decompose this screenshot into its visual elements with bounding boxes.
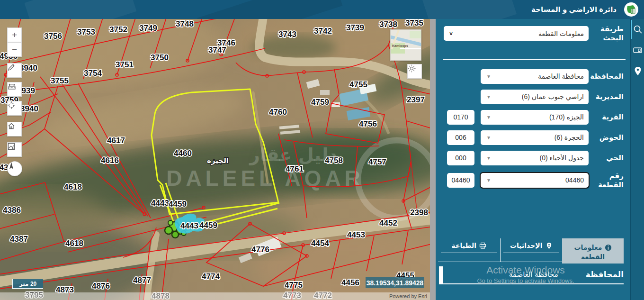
- jordan-map-icon: [626, 4, 636, 15]
- tab-underline: [441, 253, 497, 253]
- parcel-number-label: 3750: [151, 53, 169, 62]
- village-value: الجيزه (170): [495, 113, 584, 121]
- chevron-down-icon: ▼: [486, 74, 491, 79]
- app-window: دائرة الاراضي و المساحة: [0, 0, 644, 300]
- tab-print[interactable]: الطباعة: [438, 238, 500, 262]
- chevron-down-icon: ▼: [486, 155, 491, 161]
- scale-bar: 20 متر: [12, 279, 43, 289]
- parcel-number-select[interactable]: 04460 ▼: [481, 173, 589, 188]
- archive-tool-button[interactable]: [631, 40, 644, 61]
- village-code-input[interactable]: [447, 110, 474, 125]
- tab-parcel-info[interactable]: معلومات القطعة: [562, 238, 624, 264]
- search-icon: [633, 25, 643, 34]
- governorate-label: المحافظة: [589, 72, 624, 81]
- parcel-number-label: 4452: [379, 218, 397, 227]
- info-icon: [605, 244, 612, 251]
- district-row: الحي جدول الأحياء (0) ▼: [436, 151, 630, 165]
- compass-button[interactable]: [7, 161, 22, 176]
- map-pin-icon: [8, 143, 15, 150]
- printer-icon: [479, 242, 486, 249]
- sun-icon: [408, 64, 416, 73]
- parcel-number-label: 4386: [3, 206, 21, 215]
- header-decoration: [421, 0, 517, 19]
- parcel-number-label: 3738: [379, 20, 397, 29]
- parcel-number-label: 4759: [311, 98, 329, 107]
- district-code-input[interactable]: [447, 151, 474, 165]
- parcel-number-label: 2398: [410, 208, 428, 217]
- agency-logo: [624, 2, 638, 17]
- basemap-button[interactable]: [7, 142, 22, 157]
- tab-coordinates[interactable]: الإحداثيات: [500, 238, 563, 262]
- parcel-number-label: 3743: [278, 30, 296, 39]
- parcel-number-label: 3751: [116, 60, 134, 69]
- district-label: الحي: [589, 154, 624, 163]
- locate-button[interactable]: [7, 101, 22, 116]
- parcel-number-label: 4876: [92, 282, 110, 291]
- parcel-number-label: 4460: [174, 149, 192, 158]
- chevron-down-icon: ▼: [486, 115, 491, 120]
- directorate-row: المديرية اراضي جنوب عمان (6) ▼: [436, 90, 630, 104]
- brightness-button[interactable]: [407, 64, 422, 79]
- zoom-in-button[interactable]: +: [7, 27, 22, 42]
- parcel-number-label: 3754: [84, 69, 102, 78]
- search-panel: طريقة البحث معلومات القطعة ˅ المحافظة مح…: [436, 19, 630, 300]
- zoom-out-button[interactable]: −: [7, 42, 22, 57]
- svg-text:دليل عقار: دليل عقار: [249, 145, 338, 165]
- coordinates-readout: 38.19534,31.89428: [366, 277, 424, 288]
- village-label-text: القرية: [589, 113, 624, 122]
- search-tool-button[interactable]: [631, 19, 644, 40]
- tab-label: القطعة: [581, 252, 605, 262]
- directorate-select[interactable]: اراضي جنوب عمان (6) ▼: [481, 90, 589, 104]
- parcel-number-label: 4756: [359, 119, 377, 128]
- parcel-number-label: 3747: [208, 45, 226, 55]
- parcel-number-label: 3748: [176, 19, 194, 28]
- tab-label: الطباعة: [451, 242, 476, 249]
- basin-value: الحجرة (6): [495, 134, 584, 141]
- district-select[interactable]: جدول الأحياء (0) ▼: [481, 151, 589, 165]
- chevron-down-icon: ˅: [449, 30, 453, 37]
- measure-tool-button[interactable]: [7, 82, 22, 97]
- home-button[interactable]: [7, 122, 22, 136]
- chevron-down-icon: ▼: [486, 178, 491, 183]
- parcel-number-label: 4618: [65, 239, 83, 248]
- map-drawing: دليل عقار DALEEL AQAR: [0, 19, 430, 300]
- parcel-number-value: 04460: [495, 176, 584, 184]
- parcel-number-label: 4616: [101, 156, 119, 165]
- parcel-number-label: 3749: [139, 24, 157, 33]
- tab-label: الإحداثيات: [510, 242, 543, 249]
- vertical-scrollbar[interactable]: [430, 19, 436, 300]
- parcel-number-label: 3940: [19, 64, 37, 73]
- panel-scrollbar-thumb[interactable]: [439, 266, 443, 284]
- directorate-label: المديرية: [589, 92, 624, 101]
- app-header: دائرة الاراضي و المساحة: [0, 0, 644, 19]
- search-method-value: معلومات القطعة: [456, 30, 584, 37]
- search-method-row: طريقة البحث معلومات القطعة ˅: [436, 25, 630, 43]
- village-row: القرية الجيزه (170) ▼: [436, 110, 630, 125]
- parcel-number-label: 4775: [285, 281, 303, 290]
- parcel-number-label: 4618: [64, 182, 82, 191]
- result-label: المحافظة: [586, 270, 624, 280]
- governorate-row: المحافظة محافظة العاصمة ▼: [436, 69, 630, 84]
- draw-tool-button[interactable]: [7, 63, 22, 78]
- compass-needle-icon: [8, 162, 15, 171]
- parcel-number-label: 4617: [107, 136, 125, 145]
- location-tool-button[interactable]: [631, 61, 644, 82]
- parcel-number-label: 4761: [286, 164, 304, 173]
- basin-select[interactable]: الحجرة (6) ▼: [481, 130, 589, 145]
- map-canvas[interactable]: دليل عقار DALEEL AQAR: [0, 19, 430, 300]
- search-method-select[interactable]: معلومات القطعة ˅: [444, 26, 589, 41]
- parcel-number-label: 3755: [51, 76, 69, 85]
- village-select[interactable]: الجيزه (170) ▼: [481, 110, 589, 125]
- basin-row: الحوض الحجرة (6) ▼: [436, 130, 630, 145]
- basemap-inset[interactable]: Kamloops: [390, 29, 421, 61]
- governorate-select[interactable]: محافظة العاصمة ▼: [481, 69, 589, 84]
- location-pin-icon: [634, 66, 642, 76]
- parcel-number-label: 4456: [341, 278, 359, 287]
- parcel-number-label: 3940: [20, 104, 38, 113]
- inset-city-label: Kamloops: [392, 44, 408, 47]
- village-label: الجيزه: [207, 156, 229, 165]
- parcel-number-code-input[interactable]: [447, 173, 474, 188]
- parcel-number-label: 4776: [251, 245, 269, 254]
- parcel-number-label: 3735: [405, 19, 423, 27]
- basin-code-input[interactable]: [447, 130, 474, 145]
